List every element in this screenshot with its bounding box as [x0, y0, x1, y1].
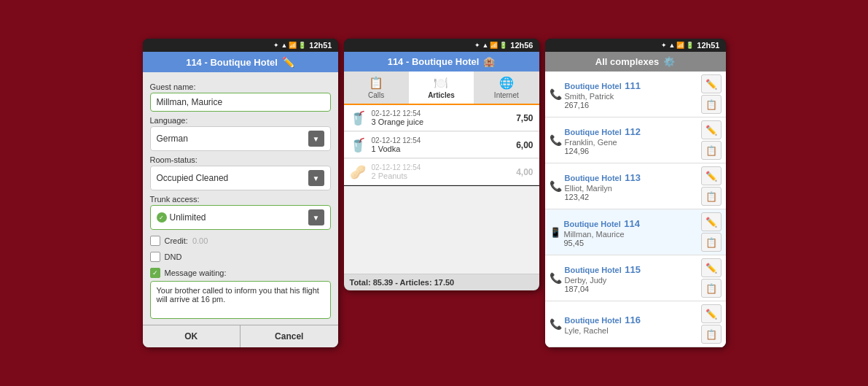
amount-111: 267,16 — [565, 101, 698, 109]
hotel-item-111[interactable]: 📞 Boutique Hotel 111 Smith, Patrick 267,… — [545, 72, 726, 117]
tab-calls[interactable]: 📋 Calls — [344, 72, 409, 104]
article-price-3: 4,00 — [516, 167, 533, 177]
tab-bar: 📋 Calls 🍽️ Articles 🌐 Internet — [344, 72, 539, 105]
room-status-arrow-icon: ▼ — [308, 170, 324, 186]
bluetooth-icon: ✦ — [273, 42, 279, 49]
edit-btn-115[interactable]: ✏️ — [701, 258, 722, 277]
article-price-1: 7,50 — [516, 113, 533, 123]
title-bar-3: All complexes ⚙️ — [545, 52, 726, 72]
status-bar-1: ✦ ▲ 📶 🔋 12h51 — [143, 39, 338, 52]
articles-icon: 🍽️ — [434, 76, 448, 90]
dnd-checkbox[interactable] — [150, 252, 160, 262]
status-bar-3: ✦ ▲ 📶 🔋 12h51 — [545, 39, 726, 52]
total-bar: Total: 85.39 - Articles: 17.50 — [344, 274, 539, 290]
status-bar-2: ✦ ▲ 📶 🔋 12h56 — [344, 39, 539, 52]
language-value: German — [157, 134, 188, 144]
hotel-info-116: Boutique Hotel 116 Lyle, Rachel — [565, 313, 698, 335]
amount-113: 123,42 — [565, 193, 698, 201]
form-content: Guest name: Millman, Maurice Language: G… — [143, 72, 338, 325]
article-date-2: 02-12-12 12:54 — [372, 136, 517, 144]
article-price-2: 6,00 — [516, 140, 533, 150]
phone-icon-111: 📞 — [550, 88, 562, 100]
edit-btn-112[interactable]: ✏️ — [701, 120, 722, 139]
trunk-access-label: Trunk access: — [150, 195, 331, 204]
trunk-access-select[interactable]: ✓ Unlimited ▼ — [150, 205, 331, 230]
trunk-arrow-icon: ▼ — [308, 209, 324, 225]
guest-name-112: Franklin, Gene — [565, 138, 698, 147]
amount-114: 95,45 — [564, 239, 698, 247]
internet-icon: 🌐 — [499, 76, 514, 90]
hotel-item-114[interactable]: 📱 Boutique Hotel 114 Millman, Maurice 95… — [545, 209, 726, 255]
trunk-access-value: Unlimited — [170, 212, 206, 223]
message-textarea[interactable]: Your brother called to inform you that h… — [150, 281, 331, 319]
edit-btn-111[interactable]: ✏️ — [701, 74, 722, 93]
drink-icon-3: 🥜 — [350, 164, 366, 180]
hotel-item-112[interactable]: 📞 Boutique Hotel 112 Franklin, Gene 124,… — [545, 117, 726, 163]
hotel-info-115: Boutique Hotel 115 Derby, Judy 187,04 — [565, 263, 698, 293]
room-status-select[interactable]: Occupied Cleaned ▼ — [150, 166, 331, 190]
title-bar-1: 114 - Boutique Hotel ✏️ — [143, 52, 338, 72]
guest-name-label: Guest name: — [150, 82, 331, 91]
tab-articles-label: Articles — [428, 91, 455, 99]
room-num-114: 114 — [624, 218, 640, 229]
edit-btn-114[interactable]: ✏️ — [701, 212, 722, 231]
article-name-2: 1 Vodka — [372, 144, 517, 153]
guest-name-113: Elliot, Marilyn — [565, 184, 698, 193]
room-num-113: 113 — [625, 172, 641, 183]
cancel-button[interactable]: Cancel — [241, 325, 338, 347]
hotel-info-114: Boutique Hotel 114 Millman, Maurice 95,4… — [564, 217, 698, 247]
article-name-1: 3 Orange juice — [372, 117, 517, 126]
dnd-label: DND — [165, 252, 182, 261]
title-text-2: 114 - Boutique Hotel — [388, 56, 480, 67]
signal-icon: 📶 — [289, 42, 297, 49]
drink-icon-2: 🥤 — [350, 137, 366, 153]
room-status-label: Room-status: — [150, 155, 331, 164]
phone-icon-116: 📞 — [550, 318, 562, 330]
room-num-116: 116 — [625, 314, 641, 325]
article-date-3: 02-12-12 12:54 — [372, 163, 517, 171]
tab-internet[interactable]: 🌐 Internet — [474, 72, 539, 104]
article-date-1: 02-12-12 12:54 — [372, 109, 517, 117]
status-time-3: 12h51 — [697, 41, 719, 50]
wifi-icon-2: ▲ — [482, 42, 488, 49]
language-arrow-icon: ▼ — [308, 131, 324, 147]
credit-value: 0.00 — [192, 236, 208, 245]
article-details-1: 02-12-12 12:54 3 Orange juice — [372, 109, 517, 126]
battery-icon: 🔋 — [298, 42, 306, 49]
hotel-item-115[interactable]: 📞 Boutique Hotel 115 Derby, Judy 187,04 … — [545, 255, 726, 301]
copy-btn-112[interactable]: 📋 — [701, 141, 722, 160]
guest-name-input[interactable]: Millman, Maurice — [150, 93, 331, 112]
guest-name-115: Derby, Judy — [565, 276, 698, 285]
hotel-item-113[interactable]: 📞 Boutique Hotel 113 Elliot, Marilyn 123… — [545, 163, 726, 209]
actions-113: ✏️ 📋 — [701, 166, 722, 206]
article-item-2: 🥤 02-12-12 12:54 1 Vodka 6,00 — [344, 132, 539, 158]
copy-btn-115[interactable]: 📋 — [701, 279, 722, 298]
ok-button[interactable]: OK — [143, 325, 241, 347]
article-item-3: 🥜 02-12-12 12:54 2 Peanuts 4,00 — [344, 159, 539, 185]
copy-btn-111[interactable]: 📋 — [701, 95, 722, 114]
room-num-115: 115 — [625, 264, 641, 275]
edit-btn-116[interactable]: ✏️ — [701, 304, 722, 323]
dnd-row: DND — [150, 252, 331, 262]
copy-btn-116[interactable]: 📋 — [701, 325, 722, 344]
language-select[interactable]: German ▼ — [150, 126, 331, 151]
amount-115: 187,04 — [565, 285, 698, 293]
credit-label: Credit: — [165, 236, 188, 245]
amount-112: 124,96 — [565, 147, 698, 155]
edit-btn-113[interactable]: ✏️ — [701, 166, 722, 185]
screens-container: ✦ ▲ 📶 🔋 12h51 114 - Boutique Hotel ✏️ Gu… — [128, 24, 740, 362]
tab-internet-label: Internet — [494, 91, 519, 99]
status-icons-2: ✦ ▲ 📶 🔋 — [474, 42, 507, 49]
message-waiting-checkbox[interactable]: ✓ — [150, 268, 160, 278]
copy-btn-113[interactable]: 📋 — [701, 187, 722, 206]
hotel-item-116[interactable]: 📞 Boutique Hotel 116 Lyle, Rachel ✏️ 📋 — [545, 301, 726, 347]
title-bar-2: 114 - Boutique Hotel 🏨 — [344, 52, 539, 72]
hotel-list: 📞 Boutique Hotel 111 Smith, Patrick 267,… — [545, 72, 726, 347]
battery-icon-2: 🔋 — [499, 42, 507, 49]
bluetooth-icon-3: ✦ — [661, 42, 667, 49]
credit-checkbox[interactable] — [150, 236, 160, 246]
tab-articles[interactable]: 🍽️ Articles — [409, 72, 474, 105]
wifi-icon: ▲ — [281, 42, 287, 49]
drink-icon-1: 🥤 — [350, 110, 366, 126]
copy-btn-114[interactable]: 📋 — [701, 233, 722, 252]
